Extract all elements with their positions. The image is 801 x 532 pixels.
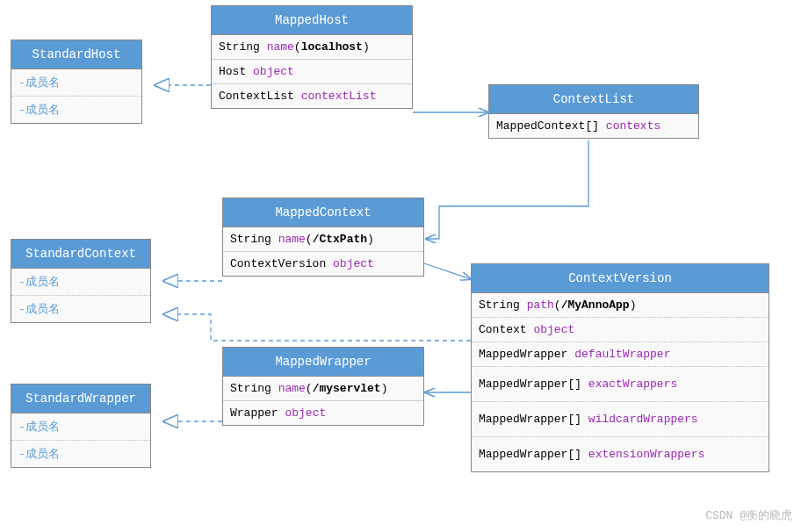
box-title: StandardWrapper [11,385,150,413]
box-title: MappedHost [212,6,412,35]
member-row: -成员名 [11,296,150,322]
box-title: ContextVersion [472,264,769,293]
attr-row: String name(localhost) [212,35,412,60]
class-box-mapped-host: MappedHost String name(localhost) Host o… [211,5,413,109]
attr-row: MappedWrapper[] wildcardWrappers [472,402,769,437]
attr-row: Wrapper object [223,401,423,425]
conn-contextlist-mappedcontext [426,140,588,239]
class-box-mapped-context: MappedContext String name(/CtxPath) Cont… [222,198,424,277]
attr-row: ContextVersion object [223,252,423,276]
member-row: -成员名 [11,413,150,441]
class-box-context-list: ContextList MappedContext[] contexts [488,84,699,139]
attr-row: String name(/CtxPath) [223,227,423,252]
attr-row: MappedWrapper[] extensionWrappers [472,437,769,471]
class-box-standard-context: StandardContext -成员名 -成员名 [11,239,151,323]
member-row: -成员名 [11,441,150,467]
conn-mappedcontext-contextversion [424,263,471,279]
class-box-standard-wrapper: StandardWrapper -成员名 -成员名 [11,384,151,468]
box-title: MappedWrapper [223,348,423,377]
box-title: StandardHost [11,40,141,69]
attr-row: ContextList contextList [212,84,412,108]
conn-contextversion-standardcontext [163,314,471,341]
box-title: StandardContext [11,240,150,269]
box-title: ContextList [489,85,698,114]
class-box-context-version: ContextVersion String path(/MyAnnoApp) C… [471,263,769,472]
class-box-standard-host: StandardHost -成员名 -成员名 [11,40,142,124]
attr-row: Host object [212,60,412,84]
attr-row: String name(/myservlet) [223,377,423,401]
attr-row: MappedContext[] contexts [489,114,698,138]
box-title: MappedContext [223,198,423,227]
member-row: -成员名 [11,69,141,97]
attr-row: Context object [472,318,769,342]
member-row: -成员名 [11,269,150,296]
attr-row: MappedWrapper[] exactWrappers [472,367,769,402]
attr-row: String path(/MyAnnoApp) [472,293,769,318]
class-box-mapped-wrapper: MappedWrapper String name(/myservlet) Wr… [222,347,424,426]
member-row: -成员名 [11,97,141,123]
attr-row: MappedWrapper defaultWrapper [472,342,769,367]
watermark-text: CSDN @衡的晓虎 [705,507,792,523]
